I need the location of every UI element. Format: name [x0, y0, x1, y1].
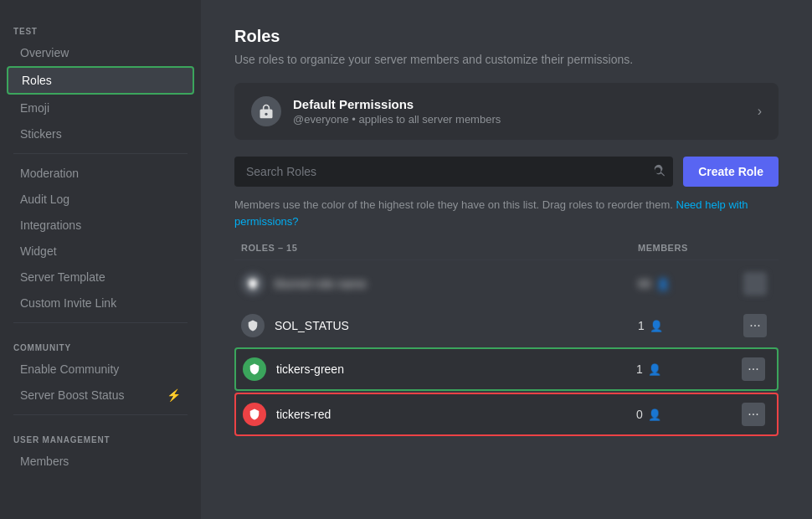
role-name-tickers-green: tickers-green	[276, 362, 636, 376]
table-row[interactable]: blurred role name 00 👤	[234, 264, 779, 304]
role-menu-button-tickers-red[interactable]: ···	[742, 403, 765, 426]
main-content: Roles Use roles to organize your server …	[201, 0, 812, 519]
role-icon-sol-status	[241, 314, 265, 337]
role-menu-button-tickers-green[interactable]: ···	[742, 357, 765, 381]
role-members-sol-status: 1 👤	[638, 319, 738, 332]
person-icon: 👤	[656, 278, 670, 290]
person-icon-green: 👤	[648, 363, 661, 376]
sidebar-item-members[interactable]: Members	[7, 449, 194, 474]
role-icon-tickers-green	[243, 357, 266, 381]
default-permissions-title: Default Permissions	[293, 97, 758, 111]
divider-1	[13, 153, 188, 154]
role-actions-tickers-green[interactable]: ···	[737, 357, 770, 381]
col-roles-header: ROLES – 15	[241, 243, 638, 253]
roles-info-text: Members use the color of the highest rol…	[234, 197, 779, 229]
sidebar-item-server-template[interactable]: Server Template	[7, 265, 194, 290]
table-row[interactable]: SOL_STATUS 1 👤 ···	[234, 306, 779, 346]
user-management-label: USER MANAGEMENT	[0, 422, 201, 448]
role-menu-button-sol-status[interactable]: ···	[743, 314, 767, 337]
table-row-tickers-green[interactable]: tickers-green 1 👤 ···	[234, 347, 779, 391]
person-icon-sol: 👤	[650, 320, 663, 332]
role-name-blurred: blurred role name	[275, 277, 638, 290]
default-permissions-card[interactable]: Default Permissions @everyone • applies …	[234, 83, 779, 140]
chevron-right-icon: ›	[758, 104, 762, 119]
sidebar-item-overview[interactable]: Overview	[7, 40, 194, 65]
sidebar-item-roles[interactable]: Roles	[7, 66, 194, 95]
role-icon-tickers-red	[243, 403, 266, 426]
create-role-button[interactable]: Create Role	[683, 157, 779, 187]
role-name-sol-status: SOL_STATUS	[275, 319, 638, 332]
search-wrapper	[234, 157, 673, 187]
sidebar-item-stickers[interactable]: Stickers	[7, 121, 194, 146]
sidebar-item-server-boost-status[interactable]: Server Boost Status ⚡	[7, 383, 194, 408]
col-members-header: MEMBERS	[638, 243, 738, 253]
page-subtitle: Use roles to organize your server member…	[234, 53, 779, 66]
role-actions-sol-status[interactable]: ···	[738, 314, 772, 337]
divider-3	[13, 414, 188, 415]
role-actions-tickers-red[interactable]: ···	[737, 403, 770, 426]
page-title: Roles	[234, 27, 779, 46]
table-row-tickers-red[interactable]: tickers-red 0 👤 ···	[234, 393, 779, 436]
role-name-tickers-red: tickers-red	[276, 408, 636, 421]
search-create-row: Create Role	[234, 157, 779, 187]
sidebar: TEST Overview Roles Emoji Stickers Moder…	[0, 0, 201, 519]
sidebar-item-emoji[interactable]: Emoji	[7, 95, 194, 121]
divider-2	[13, 322, 188, 323]
roles-table-header: ROLES – 15 MEMBERS	[234, 243, 779, 260]
role-actions-blurred	[738, 272, 772, 295]
default-permissions-subtitle: @everyone • applies to all server member…	[293, 113, 758, 126]
sidebar-item-moderation[interactable]: Moderation	[7, 161, 194, 186]
server-name-label: TEST	[0, 13, 201, 39]
sidebar-item-custom-invite-link[interactable]: Custom Invite Link	[7, 290, 194, 316]
search-roles-input[interactable]	[234, 157, 673, 187]
boost-icon: ⚡	[167, 388, 181, 402]
sidebar-item-integrations[interactable]: Integrations	[7, 213, 194, 238]
sidebar-item-widget[interactable]: Widget	[7, 239, 194, 264]
default-permissions-icon	[251, 96, 281, 126]
sidebar-item-audit-log[interactable]: Audit Log	[7, 187, 194, 212]
default-permissions-text: Default Permissions @everyone • applies …	[293, 97, 758, 126]
sidebar-item-enable-community[interactable]: Enable Community	[7, 357, 194, 382]
role-members-tickers-red: 0 👤	[636, 408, 737, 421]
role-icon-blurred	[241, 272, 265, 295]
person-icon-red: 👤	[648, 409, 661, 421]
role-members-tickers-green: 1 👤	[636, 362, 737, 376]
community-section-label: COMMUNITY	[0, 330, 201, 356]
role-members-blurred: 00 👤	[638, 277, 738, 290]
